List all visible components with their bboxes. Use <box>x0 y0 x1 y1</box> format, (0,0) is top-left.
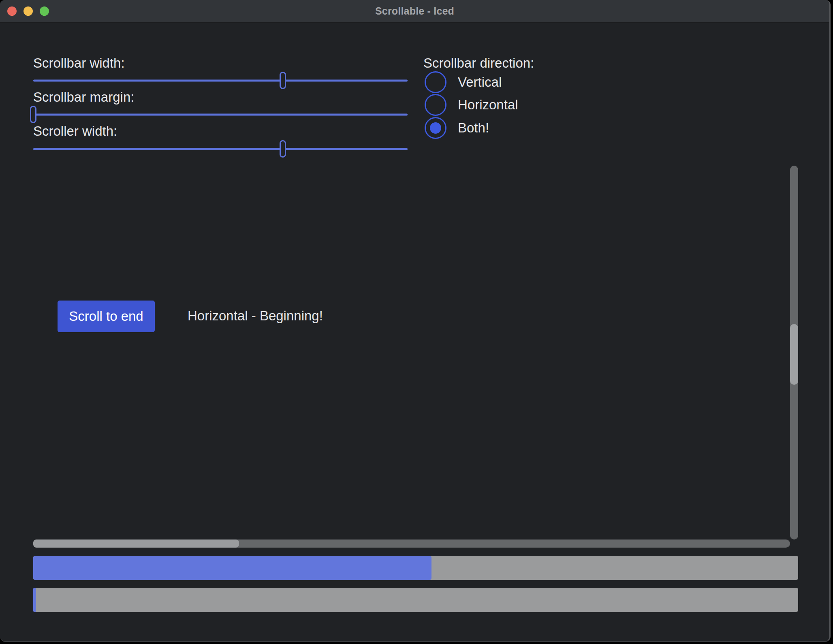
radio-circle[interactable] <box>425 117 446 139</box>
slider-rail <box>33 148 408 150</box>
window-title: Scrollable - Iced <box>375 5 454 17</box>
radio-dot <box>430 122 441 134</box>
scrollbar-width-slider[interactable] <box>33 72 408 89</box>
scroller-width-label: Scroller width: <box>33 124 117 138</box>
horizontal-scroller-thumb[interactable] <box>33 540 239 548</box>
close-button[interactable] <box>7 6 17 16</box>
horizontal-scrollbar[interactable] <box>33 540 790 548</box>
slider-handle[interactable] <box>280 72 286 89</box>
zoom-button[interactable] <box>40 6 49 16</box>
titlebar: Scrollable - Iced <box>0 0 829 23</box>
vertical-scrollbar[interactable] <box>790 166 798 540</box>
radio-circle[interactable] <box>425 71 446 93</box>
scrollbar-margin-label: Scrollbar margin: <box>33 90 134 104</box>
scroll-to-end-button[interactable]: Scroll to end <box>58 301 155 332</box>
screen: Scrollable - Iced Scrollbar width: Scrol… <box>0 0 833 644</box>
minimize-button[interactable] <box>23 6 33 16</box>
scrollbar-width-label: Scrollbar width: <box>33 56 125 70</box>
app-window: Scrollable - Iced Scrollbar width: Scrol… <box>0 0 831 642</box>
radio-circle[interactable] <box>425 94 446 116</box>
radio-option-vertical[interactable]: Vertical <box>425 71 502 93</box>
slider-rail <box>33 113 408 115</box>
radio-label[interactable]: Both! <box>458 120 489 136</box>
scrollbar-margin-slider[interactable] <box>33 106 408 123</box>
vertical-progress-bar <box>33 588 798 612</box>
slider-handle[interactable] <box>30 106 36 123</box>
progress-fill <box>33 556 431 580</box>
scrollbar-direction-label: Scrollbar direction: <box>423 56 534 70</box>
slider-handle[interactable] <box>280 140 286 158</box>
radio-option-both[interactable]: Both! <box>425 117 489 139</box>
radio-label[interactable]: Vertical <box>458 75 502 90</box>
radio-option-horizontal[interactable]: Horizontal <box>425 94 518 116</box>
slider-rail <box>33 79 408 81</box>
scroller-width-slider[interactable] <box>33 140 408 158</box>
progress-fill <box>33 588 36 612</box>
radio-label[interactable]: Horizontal <box>458 97 518 113</box>
vertical-scroller-thumb[interactable] <box>790 324 798 385</box>
horizontal-progress-bar <box>33 556 798 580</box>
scroll-status-text: Horizontal - Beginning! <box>188 309 323 323</box>
